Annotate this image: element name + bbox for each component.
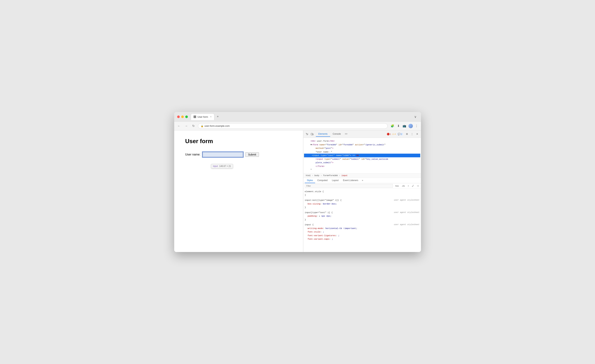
edit-icon[interactable]: 🖊	[411, 184, 415, 187]
devtools-main-tabs: Elements Console >>	[316, 132, 386, 137]
devtools-tabs-more[interactable]: >>	[343, 132, 349, 137]
bc-body[interactable]: body	[313, 174, 320, 177]
tab-favicon	[194, 115, 196, 118]
tree-line-input-submit[interactable]: <input type="submit" value="Submit" id="…	[304, 157, 420, 161]
tab-computed[interactable]: Computed	[315, 178, 330, 183]
tab-layout[interactable]: Layout	[330, 178, 341, 183]
add-rule-button[interactable]: +	[407, 184, 410, 187]
devtools-header: Elements Console >> 🚫 1 ⚠ 4	[303, 130, 421, 138]
form-row: User name: Submit	[185, 152, 292, 157]
css-prop-font-variant-ligatures: font-variant-ligatures: ;	[305, 234, 419, 237]
css-rule-close-2: }	[305, 206, 419, 209]
tree-line-h5[interactable]: <h5> user-form</h5>	[304, 139, 420, 143]
bc-input[interactable]: input	[340, 174, 349, 177]
tree-line-autocomplete[interactable]: plete_submit">	[304, 161, 420, 164]
tab-styles[interactable]: Styles	[305, 178, 315, 183]
browser-menu-icon[interactable]: ⋮	[414, 123, 419, 128]
tab-event-listeners[interactable]: Event Listeners	[341, 178, 361, 183]
traffic-lights	[177, 115, 188, 118]
elements-tree: <h5> user-form</h5> ▼<form name="form300…	[303, 138, 421, 173]
maximize-traffic-light[interactable]	[185, 115, 188, 118]
tab-elements[interactable]: Elements	[316, 132, 330, 137]
page-title: User form	[185, 138, 292, 145]
tab-close-button[interactable]: ×	[210, 115, 212, 118]
devtools-more-icon[interactable]: ⋮	[410, 132, 414, 136]
tree-line-form-close[interactable]: </form>	[304, 164, 420, 168]
css-selector-text-type: input[type="text" i] { user agent styles…	[305, 211, 419, 214]
device-toggle-icon[interactable]	[310, 132, 314, 136]
filter-bar: :hov .cls + 🖊 ◁	[303, 183, 421, 189]
url-text: user-form.example.com	[205, 125, 230, 127]
bc-form[interactable]: form#form300	[322, 174, 339, 177]
tab-title: User form	[198, 115, 208, 118]
css-filter-input[interactable]	[305, 184, 393, 188]
css-prop-writing-mode: writing-mode: horizontal-tb !important;	[305, 227, 419, 230]
tooltip-size: 146.67 × 21	[219, 165, 231, 167]
svg-rect-0	[311, 133, 312, 135]
element-tooltip: input 146.67 × 21	[211, 164, 233, 168]
new-tab-button[interactable]: +	[215, 114, 221, 120]
devtools-panel: Elements Console >> 🚫 1 ⚠ 4	[303, 130, 421, 252]
submit-button[interactable]: Submit	[245, 152, 259, 157]
bc-html[interactable]: html	[305, 174, 312, 177]
error-count[interactable]: 🚫 1	[387, 133, 391, 136]
tooltip-tag: input	[213, 165, 218, 167]
tab-console[interactable]: Console	[330, 132, 343, 137]
tree-line-ellipsis[interactable]: "	[304, 168, 420, 172]
close-traffic-light[interactable]	[177, 115, 180, 118]
browser-window: User form × + ∨ ← → ↻ 🔒 user-form.exampl…	[174, 112, 421, 252]
tab-bar: User form × + ∨	[191, 114, 418, 120]
cast-icon[interactable]: 📺	[402, 123, 407, 128]
url-bar[interactable]: 🔒 user-form.example.com	[198, 123, 388, 129]
devtools-close-icon[interactable]: ✕	[415, 132, 419, 136]
styles-tabs-more[interactable]: »	[360, 178, 365, 183]
tree-line-input-text[interactable]: … <input type="text" name="n300"> == $0	[304, 154, 420, 157]
address-bar: ← → ↻ 🔒 user-form.example.com 🧩 ⬇ 📺 ⋮	[174, 121, 421, 130]
username-input[interactable]	[203, 152, 243, 157]
svg-rect-1	[312, 134, 313, 135]
css-prop-font-variant-caps: font-variant-caps: ;	[305, 237, 419, 241]
css-prop-font-style: font-style: ;	[305, 230, 419, 234]
tree-line-method[interactable]: method="post">	[304, 146, 420, 150]
css-prop-box-sizing: box-sizing: border-box;	[305, 202, 419, 206]
username-label: User name:	[185, 153, 200, 156]
css-rule-close-3: }	[305, 218, 419, 221]
css-rule-close-1: }	[305, 193, 419, 197]
inspect-element-icon[interactable]	[305, 132, 309, 136]
title-bar: User form × + ∨	[174, 112, 421, 121]
cls-button[interactable]: .cls	[401, 184, 406, 187]
profile-avatar[interactable]	[408, 124, 413, 128]
devtools-settings: ⚙ ⋮ ✕	[405, 132, 419, 136]
filter-actions: :hov .cls + 🖊 ◁	[394, 184, 419, 187]
devtools-status: 🚫 1 ⚠ 4 💬 2	[387, 133, 403, 136]
page-content: User form input 146.67 × 21 User name: S…	[174, 130, 303, 252]
css-rule-element-style: element.style { }	[305, 190, 419, 197]
css-selector-input: input { user agent stylesheet	[305, 223, 419, 227]
tree-line-text[interactable]: "User name: "	[304, 150, 420, 154]
css-rules-panel: element.style { } input:not([type="image…	[303, 189, 421, 252]
tree-line-form[interactable]: ▼<form name="form300" id="form300" actio…	[304, 143, 420, 147]
toggle-sidebar-icon[interactable]: ◁	[416, 184, 419, 187]
warning-count[interactable]: ⚠ 4	[392, 133, 396, 136]
forward-button[interactable]: →	[184, 124, 189, 128]
browser-toolbar: 🧩 ⬇ 📺 ⋮	[390, 123, 419, 128]
devtools-settings-icon[interactable]: ⚙	[405, 132, 409, 136]
css-selector-not-image: input:not([type="image" i]) { user agent…	[305, 198, 419, 202]
hov-button[interactable]: :hov	[394, 184, 400, 187]
info-count[interactable]: 💬 2	[397, 133, 403, 136]
css-rule-text-type: input[type="text" i] { user agent styles…	[305, 211, 419, 221]
tab-list-button[interactable]: ∨	[414, 115, 418, 119]
css-prop-padding: padding: ▶ 1px 2px;	[305, 214, 419, 218]
devtools-inspect-icons	[305, 132, 314, 136]
back-button[interactable]: ←	[177, 124, 182, 128]
download-icon[interactable]: ⬇	[397, 123, 400, 128]
styles-panel-tabs: Styles Computed Layout Event Listeners »	[303, 178, 421, 183]
lock-icon: 🔒	[201, 125, 204, 127]
minimize-traffic-light[interactable]	[181, 115, 184, 118]
active-tab[interactable]: User form ×	[191, 114, 214, 120]
css-rule-not-image: input:not([type="image" i]) { user agent…	[305, 198, 419, 209]
css-selector-element-style: element.style {	[305, 190, 419, 193]
main-area: User form input 146.67 × 21 User name: S…	[174, 130, 421, 252]
reload-button[interactable]: ↻	[191, 123, 196, 128]
extensions-icon[interactable]: 🧩	[390, 123, 395, 128]
